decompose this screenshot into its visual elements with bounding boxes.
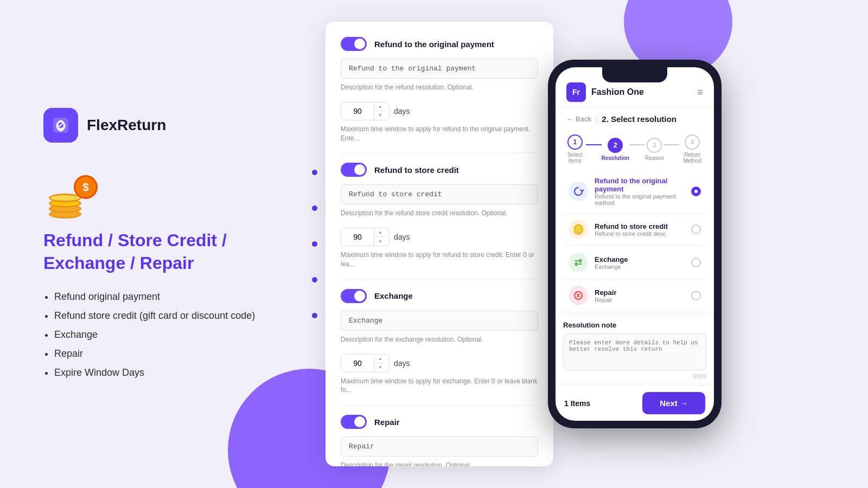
repair-toggle[interactable]	[341, 415, 367, 429]
exchange-toggle[interactable]	[341, 289, 367, 303]
resolution-item-repair[interactable]: Repair Repair	[563, 279, 706, 312]
list-item: Expire Window Days	[54, 366, 271, 380]
dot-1	[312, 170, 317, 175]
exchange-days-arrows: ▲ ▼	[374, 355, 386, 372]
refund-original-days-down[interactable]: ▼	[374, 111, 386, 120]
step-line-3	[663, 144, 679, 145]
refund-original-days-row: ▲ ▼ days	[341, 102, 538, 120]
exchange-days-label: days	[394, 359, 410, 368]
store-credit-code-input[interactable]	[341, 184, 538, 204]
phone-screen: Fr Fashion One ≡ ← Back | 2. Select reso…	[556, 67, 714, 421]
exchange-days-down[interactable]: ▼	[374, 363, 386, 372]
refund-original-label: Refund to the original payment	[374, 40, 494, 49]
store-credit-days-label: days	[394, 233, 410, 241]
exchange-code-input[interactable]	[341, 311, 538, 331]
note-textarea[interactable]	[563, 333, 706, 370]
exchange-label: Exchange	[374, 291, 413, 300]
repair-toggle-row: Repair	[341, 415, 538, 429]
repair-title: Repair	[595, 288, 685, 297]
next-button[interactable]: Next →	[642, 392, 705, 414]
exchange-subtitle: Exchange	[595, 264, 685, 270]
repair-code-input[interactable]	[341, 436, 538, 457]
exchange-title: Exchange	[595, 255, 685, 264]
step-2: 2 Resolution	[602, 138, 630, 161]
divider-1	[341, 152, 538, 153]
step-label-1: Select Items	[564, 152, 586, 164]
refund-original-toggle-row: Refund to the original payment	[341, 37, 538, 51]
exchange-toggle-row: Exchange	[341, 289, 538, 303]
logo-icon	[43, 108, 78, 143]
store-credit-radio[interactable]	[691, 224, 701, 234]
store-credit-title: Refund to store credit	[595, 222, 685, 230]
divider-2	[341, 279, 538, 279]
refund-original-days-arrows: ▲ ▼	[374, 102, 386, 120]
dot-3	[312, 241, 317, 247]
feature-image: $	[43, 175, 271, 219]
refund-original-days-input[interactable]	[341, 102, 374, 120]
store-credit-icon: 🪙	[569, 220, 588, 239]
store-credit-text: Refund to store credit Refund to store c…	[595, 222, 685, 237]
middle-panel-content: Refund to the original payment Descripti…	[326, 22, 553, 466]
step-circle-3: 3	[647, 138, 662, 153]
app-title: FlexReturn	[87, 117, 166, 134]
store-credit-days-up[interactable]: ▲	[374, 228, 386, 237]
exchange-text: Exchange Exchange	[595, 255, 685, 270]
repair-radio[interactable]	[691, 291, 701, 300]
coin-icon: $	[43, 175, 98, 219]
refund-title: Refund to the original payment	[595, 177, 685, 193]
step-1: 1 Select Items	[564, 134, 586, 164]
refund-original-days-label: days	[394, 107, 410, 115]
repair-subtitle: Repair	[595, 297, 685, 303]
feature-heading: Refund / Store Credit / Exchange / Repai…	[43, 229, 271, 274]
store-credit-days-input[interactable]	[341, 228, 374, 246]
exchange-days-hint: Maximum time window to apply for exchang…	[341, 377, 538, 395]
refund-original-toggle[interactable]	[341, 37, 367, 51]
repair-hint: Description for the repair resolution. O…	[341, 461, 538, 466]
resolution-list: Refund to the original payment Refund to…	[556, 170, 714, 315]
refund-original-code-input[interactable]	[341, 59, 538, 79]
logo-area: FlexReturn	[43, 108, 271, 143]
middle-panel: Refund to the original payment Descripti…	[326, 22, 553, 466]
store-credit-label: Refund to store credit	[374, 165, 459, 175]
left-section: FlexReturn $ Refund / Store Credit / Exc…	[0, 75, 304, 412]
list-item: Repair	[54, 347, 271, 361]
store-credit-days-hint: Maximum time window to apply for refund …	[341, 251, 538, 269]
items-count: 1 Items	[564, 399, 590, 408]
step-line-1	[586, 144, 602, 145]
step-label-2: Resolution	[602, 155, 630, 161]
hamburger-icon[interactable]: ≡	[697, 87, 703, 98]
step-4: 4 Return Method	[679, 134, 705, 164]
store-credit-days-row: ▲ ▼ days	[341, 228, 538, 246]
store-credit-days-down[interactable]: ▼	[374, 237, 386, 246]
step-label-3: Reason	[645, 155, 663, 161]
refund-original-days-up[interactable]: ▲	[374, 102, 386, 111]
exchange-days-up[interactable]: ▲	[374, 355, 386, 363]
repair-text: Repair Repair	[595, 288, 685, 303]
exchange-days-input[interactable]	[341, 355, 374, 372]
list-item: Refund original payment	[54, 290, 271, 304]
resolution-item-store[interactable]: 🪙 Refund to store credit Refund to store…	[563, 213, 706, 246]
back-button[interactable]: ← Back	[566, 115, 591, 123]
step-circle-4: 4	[685, 134, 700, 150]
store-credit-hint: Description for the refund store credit …	[341, 209, 538, 218]
phone-brand: Fr Fashion One	[566, 82, 644, 102]
store-credit-subtitle: Refund to store credit desc	[595, 230, 685, 237]
refund-icon	[569, 182, 588, 201]
list-item: Refund store credit (gift card or discou…	[54, 309, 271, 323]
resolution-item-exchange[interactable]: Exchange Exchange	[563, 246, 706, 279]
refund-radio[interactable]	[691, 187, 701, 196]
resolution-item-refund[interactable]: Refund to the original payment Refund to…	[563, 170, 706, 213]
note-label: Resolution note	[563, 321, 706, 329]
list-item: Exchange	[54, 328, 271, 342]
dot-2	[312, 206, 317, 211]
dot-4	[312, 277, 317, 282]
phone-brand-name: Fashion One	[591, 87, 644, 97]
exchange-radio[interactable]	[691, 258, 701, 267]
store-credit-days-arrows: ▲ ▼	[374, 228, 386, 246]
step-circle-1: 1	[567, 134, 583, 150]
store-credit-toggle[interactable]	[341, 163, 367, 177]
step-label-4: Return Method	[679, 152, 705, 164]
phone-frame: Fr Fashion One ≡ ← Back | 2. Select reso…	[548, 60, 722, 428]
exchange-days-row: ▲ ▼ days	[341, 354, 538, 373]
refund-original-hint: Description for the refund resolution. O…	[341, 83, 538, 92]
